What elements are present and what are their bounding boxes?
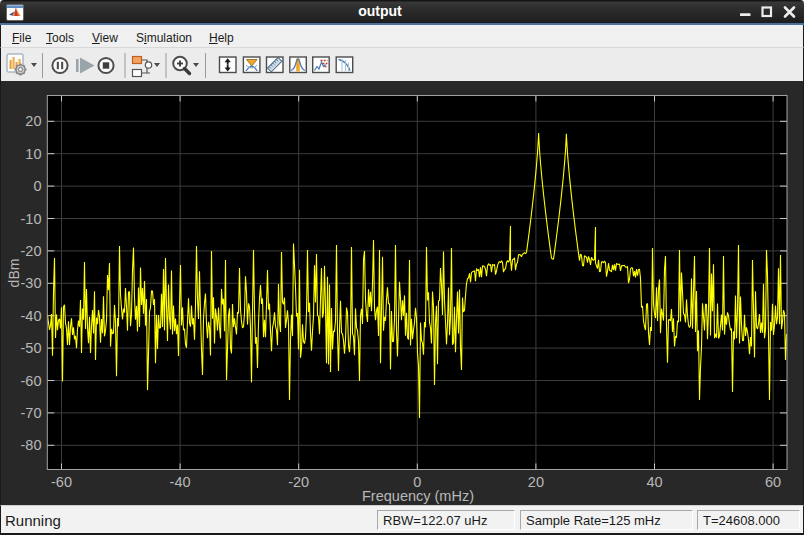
svg-text:-40: -40 — [21, 308, 42, 324]
svg-text:-20: -20 — [21, 243, 42, 259]
svg-text:-40: -40 — [170, 474, 191, 490]
svg-text:-20: -20 — [288, 474, 309, 490]
svg-text:-80: -80 — [21, 437, 42, 453]
svg-text:-50: -50 — [21, 340, 42, 356]
svg-text:0: 0 — [33, 178, 41, 194]
svg-text:10: 10 — [25, 146, 41, 162]
svg-text:20: 20 — [528, 474, 544, 490]
svg-text:40: 40 — [646, 474, 662, 490]
svg-text:20: 20 — [25, 113, 41, 129]
svg-text:-70: -70 — [21, 405, 42, 421]
svg-text:-10: -10 — [21, 211, 42, 227]
svg-text:-30: -30 — [21, 275, 42, 291]
svg-text:dBm: dBm — [6, 259, 22, 288]
svg-text:-60: -60 — [51, 474, 72, 490]
svg-text:60: 60 — [765, 474, 781, 490]
svg-text:-60: -60 — [21, 373, 42, 389]
svg-text:Frequency (mHz): Frequency (mHz) — [362, 488, 474, 504]
